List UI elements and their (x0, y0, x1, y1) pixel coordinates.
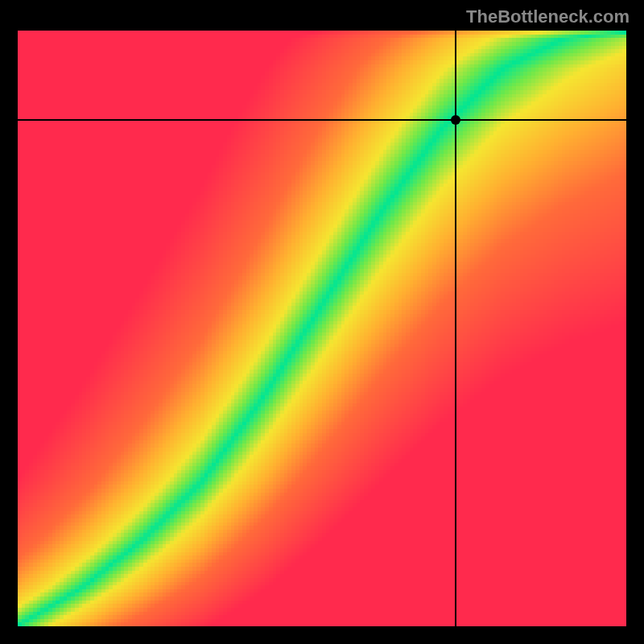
chart-container: TheBottleneck.com (0, 0, 644, 644)
data-point-marker (451, 115, 460, 125)
watermark-text: TheBottleneck.com (466, 6, 630, 27)
plot-area (18, 31, 626, 626)
crosshair-horizontal (18, 119, 626, 121)
